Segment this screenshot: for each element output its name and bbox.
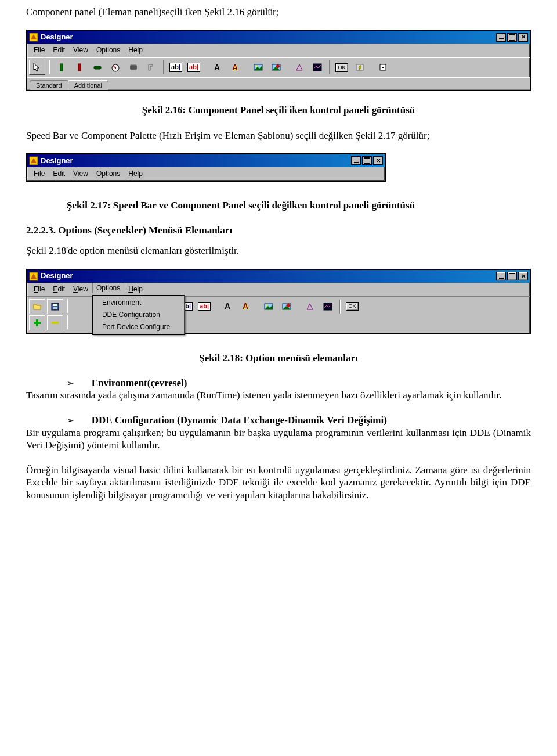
menu-help[interactable]: Help (124, 45, 147, 56)
chart-icon[interactable] (320, 299, 336, 314)
menu-file[interactable]: File (30, 45, 49, 56)
dde-body: Bir uygulama programı çalışırken; bu uyg… (26, 427, 531, 452)
intro-paragraph: Component panel (Eleman paneli)seçili ik… (26, 6, 531, 18)
divider (163, 60, 164, 74)
letter-a-icon[interactable]: A (209, 60, 225, 75)
svg-rect-2 (78, 64, 81, 71)
divider (67, 299, 68, 313)
shape-icon[interactable] (291, 60, 308, 75)
bullet-glyph-icon: ➢ (26, 415, 74, 425)
tab-additional[interactable]: Additional (68, 80, 108, 91)
app-icon (29, 156, 38, 165)
menu-edit[interactable]: Edit (49, 168, 69, 179)
maximize-button[interactable] (362, 156, 372, 165)
save-icon[interactable] (47, 299, 63, 314)
ok-button-icon[interactable]: OK (334, 60, 350, 75)
tab-row: Standard Additional (27, 77, 530, 90)
svg-rect-1 (60, 64, 63, 71)
menubar: File Edit View Options Help (27, 167, 385, 181)
svg-point-22 (266, 304, 268, 306)
heading-2223: 2.2.2.3. Options (Seçenekler) Menüsü Ele… (26, 224, 531, 236)
svg-point-5 (115, 67, 116, 69)
svg-rect-3 (94, 66, 101, 69)
titlebar[interactable]: Designer (27, 154, 385, 167)
image-plus-icon[interactable] (278, 299, 295, 314)
bullet-environment: ➢ Environment(çevresel) (26, 377, 531, 389)
menu-options[interactable]: Options (92, 45, 124, 56)
menu-options[interactable]: Options (92, 168, 124, 179)
svg-rect-16 (53, 304, 57, 306)
remove-icon[interactable] (47, 315, 63, 330)
menu-options-open[interactable]: Options (92, 283, 124, 293)
caption-218: Şekil 2.18: Option menüsü elemanları (26, 352, 531, 364)
titlebar[interactable]: Designer (27, 270, 530, 283)
pointer-icon[interactable] (29, 60, 45, 75)
textbox-icon[interactable]: ab| (168, 60, 184, 75)
menu-view[interactable]: View (69, 45, 92, 56)
final-paragraph: Örneğin bilgisayarda visual basic dilini… (26, 464, 531, 501)
gauge-icon[interactable] (107, 60, 124, 75)
menu-file[interactable]: File (30, 284, 49, 295)
add-icon[interactable] (29, 315, 45, 330)
menu-file[interactable]: File (30, 168, 49, 179)
menu-view[interactable]: View (69, 168, 92, 179)
env-body: Tasarım sırasında yada çalışma zamanında… (26, 389, 531, 401)
image-icon[interactable] (261, 299, 277, 314)
maximize-button[interactable] (507, 272, 517, 280)
letter-a-red-icon[interactable]: A (237, 299, 254, 314)
letter-a-red-icon[interactable]: A (227, 60, 243, 75)
vbar-green-icon[interactable] (53, 60, 70, 75)
maximize-button[interactable] (507, 33, 517, 42)
minimize-button[interactable] (496, 272, 506, 280)
bullet-glyph-icon: ➢ (26, 378, 74, 388)
options-environment[interactable]: Environment (94, 297, 183, 309)
window-title: Designer (41, 33, 73, 42)
tab-standard[interactable]: Standard (30, 80, 68, 91)
menu-help[interactable]: Help (124, 284, 147, 295)
minimize-button[interactable] (496, 33, 506, 42)
menu-edit[interactable]: Edit (49, 45, 69, 56)
close-button[interactable] (518, 272, 528, 280)
minimize-button[interactable] (351, 156, 361, 165)
close-button[interactable] (373, 156, 383, 165)
divider (67, 315, 68, 329)
vbar-red-icon[interactable] (71, 60, 88, 75)
textbox-red-icon[interactable]: ab| (186, 60, 202, 75)
image-icon[interactable] (250, 60, 266, 75)
chip-icon[interactable] (125, 60, 142, 75)
hbar-icon[interactable] (89, 60, 106, 75)
ok-button-icon[interactable]: OK (344, 299, 360, 314)
options-dropdown: Environment DDE Configuration Port Devic… (92, 295, 185, 335)
caption-216: Şekil 2.16: Component Panel seçili iken … (26, 104, 531, 116)
svg-point-8 (256, 66, 258, 67)
close-button[interactable] (518, 33, 528, 42)
para-218: Şekil 2.18'de option menüsü elemanları g… (26, 244, 531, 257)
menu-help[interactable]: Help (124, 168, 147, 179)
menu-edit[interactable]: Edit (49, 284, 69, 295)
window-title: Designer (41, 271, 73, 280)
options-port-device-configure[interactable]: Port Device Configure (94, 321, 183, 333)
lightning-icon[interactable] (352, 60, 368, 75)
figure-216-window: Designer File Edit View Options Help ab|… (26, 30, 531, 91)
divider (329, 60, 330, 74)
dde-label: DDE Configuration (Dynamic Data Exchange… (92, 415, 387, 426)
divider (339, 300, 341, 314)
corner-icon[interactable] (143, 60, 160, 75)
chart-icon[interactable] (309, 60, 325, 75)
options-dde-configuration[interactable]: DDE Configuration (94, 309, 183, 321)
menubar: File Edit View Options Help (27, 44, 530, 57)
open-icon[interactable] (29, 299, 45, 314)
svg-rect-6 (131, 66, 136, 69)
figure-217-window: Designer File Edit View Options Help (26, 153, 386, 182)
image-plus-icon[interactable] (268, 60, 284, 75)
divider (49, 60, 50, 74)
svg-rect-20 (52, 322, 59, 324)
letter-a-icon[interactable]: A (219, 299, 236, 314)
svg-rect-17 (53, 307, 57, 309)
component-toolbar: ab| ab| A A OK (27, 57, 530, 77)
titlebar[interactable]: Designer (27, 31, 530, 44)
checkbox-icon[interactable] (375, 60, 391, 75)
menu-view[interactable]: View (69, 284, 92, 295)
textbox-red-icon[interactable]: ab| (196, 299, 212, 314)
shape-icon[interactable] (302, 299, 318, 314)
